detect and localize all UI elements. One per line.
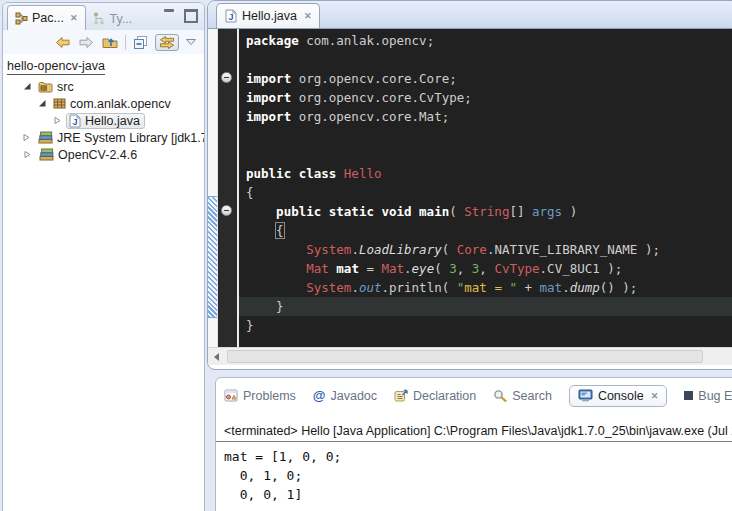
console-tab-bar: Problems@JavadocDeclarationSearchConsole… — [216, 378, 732, 410]
problems-icon — [224, 389, 238, 402]
editor-content: package com.anlak.opencv;import org.open… — [208, 29, 732, 347]
range-indicator — [208, 196, 217, 318]
console-panel: Problems@JavadocDeclarationSearchConsole… — [215, 377, 732, 511]
horizontal-scrollbar[interactable] — [208, 347, 732, 365]
code-line[interactable]: } — [239, 316, 732, 335]
tree-item-body[interactable]: JRE System Library [jdk1.7.0 — [35, 131, 204, 145]
source-folder-icon — [38, 81, 53, 93]
scrollbar-thumb[interactable] — [227, 350, 703, 363]
code-line[interactable]: public static void main( String[] args ) — [239, 202, 732, 221]
code-line[interactable]: import org.opencv.core.Mat; — [239, 107, 732, 126]
library-icon — [38, 148, 54, 161]
scroll-left-arrow-icon[interactable] — [208, 349, 224, 365]
code-line[interactable]: Mat mat = Mat.eye( 3, 3, CvType.CV_8UC1 … — [239, 259, 732, 278]
explorer-tab-bar: Pac... ✕ Ty... — [3, 3, 204, 30]
collapse-arrow-icon[interactable] — [37, 99, 47, 108]
link-with-editor-button[interactable] — [155, 34, 179, 51]
library-icon — [37, 131, 53, 144]
close-icon[interactable]: ✕ — [304, 11, 312, 21]
code-line[interactable]: { — [239, 183, 732, 202]
tree-item-body[interactable]: src — [36, 80, 78, 94]
code-line[interactable]: package com.anlak.opencv; — [239, 31, 732, 50]
search-icon — [493, 389, 507, 402]
expand-arrow-icon[interactable] — [52, 116, 62, 125]
console-icon — [578, 389, 593, 402]
tab-javadoc[interactable]: @Javadoc — [313, 388, 377, 403]
view-window-buttons — [164, 9, 198, 23]
collapse-arrow-icon[interactable] — [22, 82, 32, 91]
tab-console[interactable]: Console✕ — [569, 385, 667, 407]
tree-item-src[interactable]: src — [3, 78, 204, 95]
fold-gutter[interactable] — [218, 29, 239, 347]
tree-item-body[interactable]: OpenCV-2.4.6 — [36, 148, 141, 162]
tab-label: Declaration — [413, 389, 476, 403]
java-file-icon: J — [69, 114, 81, 128]
tree-item-label: JRE System Library [jdk1.7.0 — [57, 131, 204, 145]
code-line[interactable]: { — [239, 221, 732, 240]
project-root[interactable]: hello-opencv-java — [7, 59, 105, 75]
code-line[interactable] — [239, 126, 732, 145]
svg-text:J: J — [228, 12, 233, 22]
project-tree: hello-opencv-java srccom.anlak.opencvJHe… — [3, 54, 204, 163]
tab-label: Pac... — [32, 11, 64, 25]
code-line[interactable]: System.LoadLibrary( Core.NATIVE_LIBRARY_… — [239, 240, 732, 259]
minimize-icon[interactable] — [164, 9, 174, 12]
tab-declaration[interactable]: Declaration — [394, 389, 476, 403]
code-lines: package com.anlak.opencv;import org.open… — [239, 31, 732, 335]
tree-item-jre-system-library-jdk1.7.0[interactable]: JRE System Library [jdk1.7.0 — [3, 129, 204, 146]
close-icon[interactable]: ✕ — [70, 13, 78, 23]
scrollbar-track[interactable] — [227, 350, 732, 363]
declaration-icon — [394, 389, 408, 402]
expand-arrow-icon[interactable] — [22, 150, 32, 159]
svg-text:J: J — [72, 117, 77, 127]
expand-arrow-icon[interactable] — [22, 133, 31, 142]
back-button[interactable] — [54, 36, 71, 49]
bug-square-icon — [684, 391, 693, 400]
forward-button[interactable] — [78, 36, 95, 49]
code-line[interactable] — [239, 50, 732, 69]
editor-panel: J Hello.java ✕ package com.anlak.opencv;… — [207, 0, 732, 370]
code-line[interactable]: } — [239, 297, 732, 316]
tree-item-label: OpenCV-2.4.6 — [58, 148, 137, 162]
tree-rows: srccom.anlak.opencvJHello.javaJRE System… — [3, 78, 204, 163]
annotation-ruler[interactable] — [208, 29, 218, 347]
editor-tab-hello-java[interactable]: J Hello.java ✕ — [216, 3, 320, 28]
console-output[interactable]: mat = [1, 0, 0; 0, 1, 0; 0, 0, 1] — [216, 447, 732, 504]
fold-collapse-icon[interactable] — [221, 72, 232, 83]
package-explorer-icon — [15, 12, 28, 25]
tree-item-hello.java[interactable]: JHello.java — [3, 112, 204, 129]
package-explorer-panel: Pac... ✕ Ty... hello-opencv-java srccom.… — [2, 2, 205, 511]
tree-item-body[interactable]: JHello.java — [66, 113, 145, 129]
tree-item-label: src — [57, 80, 74, 94]
tab-label: Javadoc — [330, 389, 377, 403]
java-file-icon: J — [225, 9, 237, 23]
code-line[interactable]: import org.opencv.core.CvType; — [239, 88, 732, 107]
tree-item-opencv-2.4.6[interactable]: OpenCV-2.4.6 — [3, 146, 204, 163]
tree-item-label: com.anlak.opencv — [70, 97, 171, 111]
tab-label: Ty... — [110, 12, 133, 26]
go-up-button[interactable] — [102, 35, 118, 49]
maximize-icon[interactable] — [184, 9, 198, 23]
code-line[interactable]: System.out.println( "mat = " + mat.dump(… — [239, 278, 732, 297]
code-line[interactable]: import org.opencv.core.Core; — [239, 69, 732, 88]
tab-search[interactable]: Search — [493, 389, 552, 403]
tab-problems[interactable]: Problems — [224, 389, 296, 403]
tree-item-com.anlak.opencv[interactable]: com.anlak.opencv — [3, 95, 204, 112]
tab-label: Hello.java — [242, 9, 297, 23]
fold-collapse-icon[interactable] — [221, 205, 232, 216]
tab-label: Console — [598, 389, 644, 403]
type-hierarchy-icon — [93, 12, 106, 25]
close-icon[interactable]: ✕ — [651, 391, 659, 401]
tab-type-hierarchy[interactable]: Ty... — [86, 7, 140, 30]
tree-item-label: Hello.java — [85, 114, 140, 128]
tab-label: Problems — [243, 389, 296, 403]
tree-item-body[interactable]: com.anlak.opencv — [51, 97, 175, 111]
tab-label: Search — [512, 389, 552, 403]
collapse-all-button[interactable] — [133, 35, 148, 49]
tab-package-explorer[interactable]: Pac... ✕ — [7, 5, 86, 30]
code-area[interactable]: package com.anlak.opencv;import org.open… — [239, 29, 732, 347]
code-line[interactable]: public class Hello — [239, 164, 732, 183]
tab-bug-explorer[interactable]: Bug Explorer — [684, 389, 732, 403]
view-menu-button[interactable] — [186, 39, 196, 45]
code-line[interactable] — [239, 145, 732, 164]
